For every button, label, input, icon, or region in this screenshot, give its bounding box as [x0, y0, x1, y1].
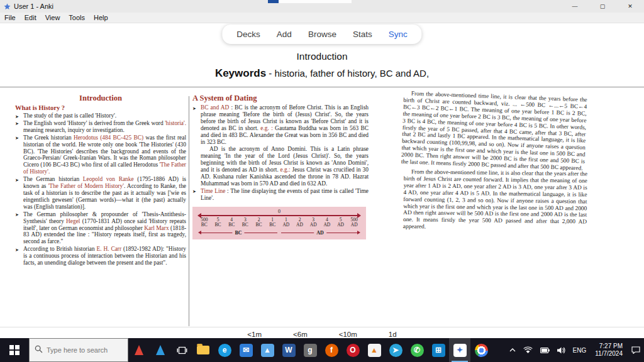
bullet-arrow-icon: ➤	[15, 212, 19, 219]
bullet-arrow-icon: ➤	[15, 114, 19, 121]
menu-help[interactable]: Help	[89, 13, 113, 23]
left-column: Introduction What is History ? ➤The stud…	[15, 94, 186, 267]
dating-block-2: AD is the acronym of Anno Domini. This i…	[192, 146, 369, 187]
language-indicator[interactable]: ENG	[569, 338, 591, 362]
timeline-explanation-para-2: From the above-mentioned time line, it i…	[403, 168, 587, 233]
task-view-icon[interactable]	[171, 338, 192, 362]
nav-browse-button[interactable]: Browse	[301, 27, 343, 41]
opera-icon[interactable]: O	[342, 338, 364, 362]
anki-window: User 1 - Anki — ▢ ✕ FileEditViewToolsHel…	[0, 0, 644, 362]
search-input[interactable]	[47, 346, 121, 354]
search-icon	[35, 344, 43, 356]
menu-view[interactable]: View	[41, 13, 65, 23]
minimize-button[interactable]: —	[561, 0, 589, 13]
wifi-icon[interactable]	[519, 338, 536, 362]
taskbar: e✉▲WgfO▲➤✆⊞✦ ENG 7:27 PM 11/7/2024	[0, 338, 644, 362]
taskbar-search[interactable]	[29, 338, 128, 362]
timeline-tick-2: 5BC	[211, 217, 225, 228]
clock-date: 11/7/2024	[595, 350, 623, 358]
window-controls: — ▢ ✕	[561, 0, 644, 13]
menu-bar: FileEditViewToolsHelp	[0, 13, 644, 23]
timeline-tick-1: 500BC	[197, 217, 211, 228]
answer-time-label-3[interactable]: <10m	[339, 331, 357, 338]
maximize-button[interactable]: ▢	[589, 0, 616, 13]
bc-era-arrow: BC	[197, 229, 279, 236]
bullet-arrow-icon: ➤	[15, 135, 19, 142]
middle-column: A System of Dating ➤BC and AD : BC is th…	[192, 94, 369, 239]
timeline-zero-label: 0	[197, 209, 361, 214]
start-button[interactable]	[0, 338, 29, 362]
file-explorer-icon[interactable]	[192, 338, 214, 362]
dating-block-1: ➤BC and AD : BC is the acronym of Before…	[192, 104, 369, 145]
timeline-tick-7: 1AD	[279, 217, 293, 228]
left-column-heading: Introduction	[15, 94, 186, 103]
taskbar-clock[interactable]: 7:27 PM 11/7/2024	[590, 343, 628, 358]
whatsapp-icon[interactable]: ✆	[406, 338, 428, 362]
answer-time-label-2[interactable]: <6m	[293, 331, 308, 338]
ad-era-label: AD	[314, 230, 326, 236]
what-is-history-subheading: What is History ?	[15, 104, 186, 111]
menu-tools[interactable]: Tools	[64, 13, 89, 23]
answer-divider	[0, 327, 644, 327]
nav-decks-button[interactable]: Decks	[230, 27, 267, 41]
hidden-icons-chevron[interactable]	[506, 338, 519, 362]
left-column-body: ➤The study of the past is called 'Histor…	[15, 112, 186, 266]
windows-logo-icon	[9, 345, 19, 355]
bullet-arrow-icon: ➤	[192, 189, 196, 195]
flask-red-icon[interactable]	[128, 338, 150, 362]
dating-heading: A System of Dating	[192, 94, 369, 103]
battery-icon[interactable]	[536, 338, 553, 362]
timeline-explanation-para-1: From the above-mentioned time line, it i…	[401, 90, 587, 172]
timeline-tick-10: 4AD	[320, 217, 334, 228]
edge-icon[interactable]: e	[214, 338, 235, 362]
answer-time-label-4[interactable]: 1d	[389, 331, 397, 338]
history-bullet-6: ➤According to British historian E. H. Ca…	[15, 246, 186, 266]
timeline-tick-11: 5AD	[334, 217, 348, 228]
nav-sync-button[interactable]: Sync	[382, 27, 414, 41]
right-column: From the above-mentioned time line, it i…	[404, 90, 587, 230]
history-bullet-2: ➤The English word 'History' is derived f…	[15, 120, 186, 134]
top-accent-bar	[268, 0, 279, 3]
timeline-scale: 500BC5BC4BC3BC2BC1BC1AD2AD3AD4AD5AD500AD	[197, 217, 361, 228]
nav-stats-button[interactable]: Stats	[346, 27, 379, 41]
timeline-tick-5: 2BC	[252, 217, 266, 228]
card-divider	[0, 87, 644, 87]
menu-edit[interactable]: Edit	[20, 13, 41, 23]
timeline-tick-6: 1BC	[265, 217, 279, 228]
vlc-icon[interactable]: ▲	[364, 338, 385, 362]
bc-era-label: BC	[232, 230, 244, 236]
chrome-icon[interactable]	[470, 338, 492, 362]
history-bullet-5: ➤The German philosopher & propounder of …	[15, 211, 186, 246]
mail-icon[interactable]: ✉	[235, 338, 257, 362]
middle-column-body: ➤BC and AD : BC is the acronym of Before…	[192, 104, 369, 202]
clock-time: 7:27 PM	[595, 343, 623, 351]
anki-icon[interactable]: ✦	[449, 338, 470, 362]
volume-icon[interactable]	[553, 338, 569, 362]
timeline-tick-12: 500AD	[347, 217, 361, 228]
history-bullet-3: ➤The Greek historian Herodotus (484 BC-4…	[15, 134, 186, 175]
timeline-axis	[199, 215, 359, 216]
nav-add-button[interactable]: Add	[270, 27, 299, 41]
window-title: User 1 - Anki	[14, 3, 53, 10]
timeline-tick-3: 4BC	[225, 217, 238, 228]
timeline-tick-8: 2AD	[293, 217, 307, 228]
history-bullet-1: ➤The study of the past is called 'Histor…	[15, 112, 186, 119]
word-icon[interactable]: W	[278, 338, 299, 362]
dating-block-3: ➤Time Line : The line displaying the eve…	[192, 188, 369, 202]
action-center-icon[interactable]	[628, 338, 644, 362]
gimp-icon[interactable]: g	[299, 338, 321, 362]
store-icon[interactable]: ⊞	[428, 338, 449, 362]
menu-file[interactable]: File	[0, 13, 20, 23]
main-content: DecksAddBrowseStatsSync Introduction Key…	[0, 23, 644, 338]
close-button[interactable]: ✕	[616, 0, 644, 13]
answer-time-label-1[interactable]: <1m	[247, 331, 262, 338]
column-rule	[189, 96, 189, 326]
telegram-icon[interactable]: ➤	[385, 338, 406, 362]
photos-icon[interactable]: ▲	[257, 338, 278, 362]
firefox-icon[interactable]: f	[321, 338, 342, 362]
bullet-arrow-icon: ➤	[192, 106, 196, 112]
flask-blue-icon[interactable]	[150, 338, 171, 362]
ad-era-arrow: AD	[279, 229, 361, 236]
right-column-body: From the above-mentioned time line, it i…	[404, 90, 587, 230]
bullet-arrow-icon: ➤	[15, 247, 19, 254]
